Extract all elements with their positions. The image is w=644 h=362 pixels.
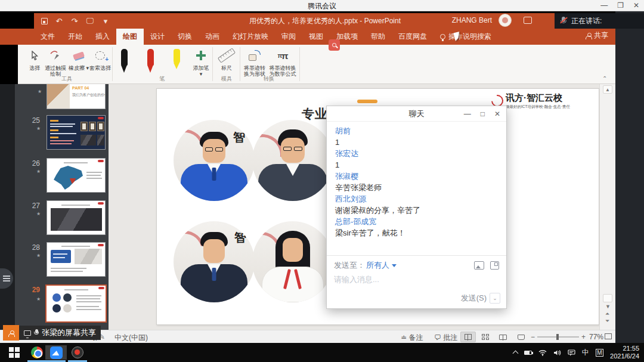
- tab-animations[interactable]: 动画: [199, 29, 226, 45]
- tray-expand-icon[interactable]: [512, 351, 518, 357]
- chat-message: 谢谢梁叔的分享，辛苦了: [335, 205, 498, 216]
- screen-share-label: 张梁的屏幕共享: [42, 327, 96, 338]
- slide-accent-bar: [357, 100, 377, 103]
- ink-to-math-icon: ππ: [269, 48, 296, 63]
- ink-to-shape-button[interactable]: 将墨迹转换为形状: [242, 48, 268, 77]
- tray-app-m-icon[interactable]: M: [596, 349, 603, 357]
- send-options-icon[interactable]: ⌄: [490, 293, 500, 304]
- tab-view[interactable]: 视图: [302, 29, 330, 45]
- normal-view-button[interactable]: [460, 332, 476, 342]
- add-pen-button[interactable]: 添加笔 ▾: [191, 48, 211, 77]
- scroll-up-icon[interactable]: ▲: [603, 85, 612, 94]
- tab-help[interactable]: 帮助: [364, 29, 392, 45]
- tell-me-search[interactable]: 操作说明搜索: [434, 29, 498, 45]
- slideshow-icon[interactable]: 🖵: [86, 16, 94, 26]
- previous-slide-icon[interactable]: ⏶: [605, 311, 609, 317]
- chat-message-list[interactable]: 胡前 1 张宏达 1 张淑樱 辛苦张梁老师 西北刘源 谢谢梁叔的分享，辛苦了 总…: [327, 122, 506, 239]
- volume-icon[interactable]: [553, 349, 561, 356]
- scroll-down-icon[interactable]: ▼: [605, 304, 611, 310]
- tab-review[interactable]: 审阅: [275, 29, 302, 45]
- wifi-icon[interactable]: [538, 349, 547, 356]
- zoom-percent[interactable]: 77%: [589, 333, 603, 341]
- desktop-edge: [0, 84, 15, 330]
- collapse-ribbon-icon[interactable]: ⌃: [602, 75, 607, 82]
- redo-icon[interactable]: ↷: [70, 17, 79, 26]
- thumbnail-slide-24[interactable]: PART 04 我们为客户创造的价值: [47, 84, 106, 109]
- annotation-search-icon[interactable]: [329, 39, 340, 51]
- ruler-tool[interactable]: 标尺: [215, 48, 239, 71]
- ribbon-display-options-icon[interactable]: [524, 17, 532, 24]
- share-button[interactable]: 共享: [586, 30, 608, 41]
- taskbar-chrome[interactable]: [26, 345, 48, 360]
- animation-star-icon: ★: [36, 253, 41, 258]
- tab-file[interactable]: 文件: [34, 29, 61, 45]
- tab-home[interactable]: 开始: [61, 29, 89, 45]
- taskbar-recorder[interactable]: [67, 345, 88, 360]
- pop-out-icon[interactable]: [490, 261, 499, 270]
- chevron-down-icon[interactable]: [392, 264, 397, 267]
- zoom-out-icon[interactable]: −: [531, 333, 535, 341]
- customize-qat-icon[interactable]: ▾: [101, 17, 110, 26]
- comments-button[interactable]: 🗩 批注: [434, 333, 457, 343]
- thumbnail-slide-26[interactable]: [47, 158, 106, 193]
- editor-scrollbar[interactable]: ▲ ▼ ⏶ ⏷: [599, 84, 615, 330]
- chat-message: 1: [335, 137, 498, 148]
- ink-to-math-button[interactable]: ππ 将墨迹转换为数学公式: [269, 48, 296, 77]
- close-icon[interactable]: ✕: [633, 1, 639, 10]
- user-avatar[interactable]: [499, 14, 512, 27]
- thumbnail-slide-29[interactable]: [45, 284, 107, 323]
- tab-design[interactable]: 设计: [144, 29, 171, 45]
- chat-titlebar[interactable]: 聊天 — □ ✕: [327, 106, 506, 122]
- slide-sorter-view-button[interactable]: [478, 332, 493, 342]
- document-title: 用优秀的人，培养更优秀的人.pptx - PowerPoint: [227, 16, 423, 26]
- zoom-slider[interactable]: [537, 336, 579, 338]
- chat-input[interactable]: 请输入消息...: [327, 271, 506, 289]
- touch-draw-icon: [43, 48, 68, 63]
- pen-black[interactable]: [119, 48, 143, 73]
- tab-draw[interactable]: 绘图: [116, 29, 144, 45]
- next-slide-icon[interactable]: ⏷: [605, 318, 609, 324]
- taskbar-meeting-app[interactable]: [45, 345, 67, 360]
- thumbnail-slide-28[interactable]: [47, 242, 106, 277]
- tab-transitions[interactable]: 切换: [171, 29, 199, 45]
- chat-close-icon[interactable]: ✕: [494, 110, 500, 118]
- animation-star-icon: ★: [36, 211, 41, 216]
- scroll-thumb[interactable]: [603, 294, 612, 302]
- battery-icon[interactable]: [524, 351, 532, 355]
- start-button[interactable]: [4, 345, 25, 360]
- taskbar-clock[interactable]: 21:55 2021/6/24: [610, 345, 639, 360]
- chat-minimize-icon[interactable]: —: [464, 110, 471, 118]
- notification-icon[interactable]: [568, 349, 575, 356]
- pen-red[interactable]: [145, 48, 169, 73]
- draw-with-touch-tool[interactable]: 通过触摸绘制: [43, 48, 68, 77]
- send-image-icon[interactable]: [474, 261, 484, 270]
- eraser-tool[interactable]: 橡皮擦 ▾: [68, 48, 89, 71]
- group-label: 转换: [242, 75, 296, 83]
- meeting-members-button[interactable]: [3, 325, 19, 341]
- tab-baidu-netdisk[interactable]: 百度网盘: [392, 29, 434, 45]
- user-name[interactable]: ZHANG Bert: [452, 16, 492, 24]
- thumbnail-slide-27[interactable]: [47, 200, 106, 235]
- tab-slideshow[interactable]: 幻灯片放映: [226, 29, 275, 45]
- fit-slide-icon[interactable]: [605, 333, 612, 341]
- slideshow-view-button[interactable]: [513, 332, 529, 342]
- zoom-in-icon[interactable]: +: [581, 333, 586, 341]
- language-indicator[interactable]: 中文(中国): [114, 333, 148, 343]
- undo-icon[interactable]: ↶: [55, 17, 63, 26]
- notes-button[interactable]: ≐ 备注: [401, 333, 423, 343]
- zoom-slider-thumb[interactable]: [556, 334, 559, 340]
- minimize-icon[interactable]: —: [600, 1, 608, 10]
- chat-maximize-icon[interactable]: □: [481, 110, 485, 118]
- portrait-photo-4: [252, 221, 333, 302]
- send-to-dropdown[interactable]: 所有人: [366, 260, 389, 271]
- tab-insert[interactable]: 插入: [89, 29, 116, 45]
- ink-to-shape-icon: [242, 48, 268, 63]
- send-button[interactable]: 发送(S): [461, 293, 487, 304]
- reading-view-button[interactable]: [495, 332, 510, 342]
- meeting-app-icon: [50, 346, 63, 359]
- lasso-select-tool[interactable]: 套索选择: [88, 48, 112, 71]
- maximize-icon[interactable]: ❐: [617, 1, 624, 10]
- save-icon[interactable]: [41, 18, 48, 24]
- thumbnail-slide-25[interactable]: [47, 115, 106, 150]
- ime-indicator[interactable]: 中: [582, 348, 589, 358]
